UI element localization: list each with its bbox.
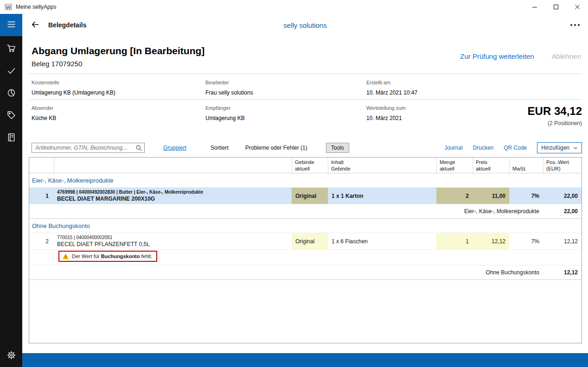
titlebar: Meine sellyApps — [0, 0, 588, 14]
gebinde-cell[interactable]: Original — [292, 188, 328, 204]
article-description: 770015 | 04000400002051 BECEL DIAET PFLA… — [54, 233, 292, 249]
validation-warning[interactable]: Der Wert für Buchungskonto fehlt. — [58, 251, 157, 262]
field-value: 10. März 2021 — [366, 115, 478, 121]
col-menge: Menge aktuell — [436, 158, 473, 174]
field-value: Umlagerung KB (Umlagerung KB) — [32, 89, 205, 96]
settings-button[interactable] — [0, 345, 22, 367]
menge-cell[interactable]: 1 — [436, 233, 473, 249]
preis-cell[interactable]: 12,12 — [473, 233, 509, 249]
app-icon — [5, 3, 12, 11]
inhalt-cell[interactable]: 1 x 6 Flaschen — [328, 233, 436, 249]
grouped-toggle[interactable]: Gruppiert — [163, 145, 186, 151]
sidebar — [0, 14, 22, 367]
warning-text: Der Wert für Buchungskonto fehlt. — [72, 253, 152, 259]
inhalt-cell[interactable]: 1 x 1 Karton — [328, 188, 436, 204]
search-input[interactable] — [32, 143, 144, 152]
journal-link[interactable]: Journal — [444, 145, 462, 151]
gebinde-cell[interactable]: Original — [292, 233, 328, 249]
check-icon — [6, 66, 16, 77]
article-meta: 4769998 | 04000492002830 | Butter | Eier… — [57, 190, 203, 195]
col-inhalt: Inhalt Gebinde — [328, 158, 436, 174]
preis-cell[interactable]: 11,00 — [473, 188, 509, 204]
total-amount: EUR 34,12 — [478, 105, 582, 117]
field-label: Erstellt am — [366, 80, 478, 85]
reject-button[interactable]: Ablehnen — [552, 52, 581, 60]
col-preis: Preis aktuell — [473, 158, 509, 174]
sidebar-item-cart[interactable] — [0, 38, 22, 60]
window-title: Meine sellyApps — [16, 4, 56, 10]
table-header-row: Gebinde aktuell Inhalt Gebinde Menge akt… — [29, 158, 582, 173]
sidebar-item-journal[interactable] — [0, 127, 22, 149]
forward-for-review-button[interactable]: Zur Prüfung weiterleiten — [460, 52, 534, 60]
article-name: BECEL DIAET MARGARINE 200X10G — [57, 196, 155, 202]
field-empfaenger: Empfänger Umlagerung KB — [205, 105, 366, 134]
sorted-toggle[interactable]: Sortiert — [211, 145, 229, 151]
pos-wert-cell: 22,00 — [543, 188, 582, 204]
subtotal-label: Eier-, Käse-, Molkereiprodukte — [29, 208, 543, 215]
sidebar-item-approvals[interactable] — [0, 60, 22, 82]
mwst-cell: 7% — [509, 233, 543, 249]
warning-triangle-icon — [62, 253, 69, 259]
sidebar-item-statistics[interactable] — [0, 82, 22, 105]
document-title: Abgang Umlagerung [In Bearbeitung] — [32, 45, 205, 57]
field-absender: Absender Küche KB — [32, 105, 205, 134]
positions-toolbar: Gruppiert Sortiert Probleme oder Fehler … — [29, 139, 582, 157]
more-icon[interactable] — [569, 20, 582, 30]
add-dropdown-label: Hinzufügen — [541, 145, 569, 151]
problems-filter[interactable]: Probleme oder Fehler (1) — [245, 145, 307, 151]
table-empty-area — [29, 280, 582, 343]
subtotal-value: 22,00 — [543, 208, 582, 215]
add-dropdown[interactable]: Hinzufügen — [537, 142, 582, 153]
field-wertstellung: Wertstellung zum 10. März 2021 — [366, 105, 478, 134]
col-pos-wert: Pos.-Wert (EUR) — [543, 158, 582, 174]
qr-code-link[interactable]: QR Code — [504, 145, 527, 151]
print-link[interactable]: Drucken — [473, 145, 494, 151]
field-value: 10. März 2021 10:47 — [366, 89, 478, 96]
position-row-1[interactable]: 1 4769998 | 04000492002830 | Butter | Ei… — [29, 188, 582, 204]
app-center-title: selly solutions — [22, 21, 588, 29]
appbar: Belegdetails selly solutions — [22, 14, 588, 36]
position-number: 2 — [29, 233, 54, 249]
warning-row: Der Wert für Buchungskonto fehlt. — [29, 250, 582, 266]
group-subtotal-row: Eier-, Käse-, Molkereiprodukte 22,00 — [29, 204, 582, 219]
mwst-cell: 7% — [509, 188, 543, 204]
field-erstellt-am: Erstellt am 10. März 2021 10:47 — [366, 80, 478, 96]
sidebar-item-tags[interactable] — [0, 105, 22, 127]
minimize-icon[interactable] — [524, 0, 545, 14]
group-header[interactable]: Eier-, Käse-, Molkereiprodukte — [29, 173, 582, 188]
menge-cell[interactable]: 2 — [436, 188, 473, 204]
maximize-icon[interactable] — [545, 0, 567, 14]
group-header[interactable]: Ohne Buchungskonto — [29, 219, 582, 233]
search-icon[interactable] — [135, 145, 142, 152]
menu-button[interactable] — [0, 14, 22, 36]
document-total: EUR 34,12 (2 Positionen) — [478, 105, 582, 134]
pos-wert-cell: 12,12 — [543, 233, 582, 249]
app-window: Meine sellyApps — [0, 0, 588, 367]
article-meta: 770015 | 04000400002051 — [57, 235, 112, 240]
subtotal-value: 12,12 — [543, 269, 582, 276]
field-bearbeiter: Bearbeiter Frau selly solutions — [205, 80, 366, 96]
document-actions: Zur Prüfung weiterleiten Ablehnen — [460, 52, 582, 60]
info-row-1: Kostenstelle Umlagerung KB (Umlagerung K… — [29, 74, 582, 100]
positions-table: Gebinde aktuell Inhalt Gebinde Menge akt… — [29, 157, 582, 343]
col-mwst: MwSt. — [509, 158, 543, 174]
bottom-bar — [22, 353, 588, 367]
gear-icon — [6, 350, 16, 361]
article-description: 4769998 | 04000492002830 | Butter | Eier… — [54, 188, 292, 204]
positions-count: (2 Positionen) — [478, 120, 582, 127]
search-box — [32, 143, 145, 153]
document-header: Abgang Umlagerung [In Bearbeitung] Beleg… — [29, 36, 582, 74]
info-row-2: Absender Küche KB Empfänger Umlagerung K… — [29, 100, 582, 139]
field-value: Küche KB — [32, 115, 205, 121]
field-label: Empfänger — [205, 105, 366, 111]
cart-icon — [6, 44, 16, 55]
position-row-2[interactable]: 2 770015 | 04000400002051 BECEL DIAET PF… — [29, 233, 582, 250]
position-number: 1 — [29, 188, 54, 204]
tools-button[interactable]: Tools — [326, 143, 349, 153]
field-label: Bearbeiter — [205, 80, 366, 85]
close-icon[interactable] — [567, 0, 588, 14]
book-icon — [6, 133, 16, 144]
document-number: Beleg 17079250 — [32, 60, 205, 68]
field-label: Absender — [32, 105, 205, 111]
pie-chart-icon — [6, 88, 16, 99]
